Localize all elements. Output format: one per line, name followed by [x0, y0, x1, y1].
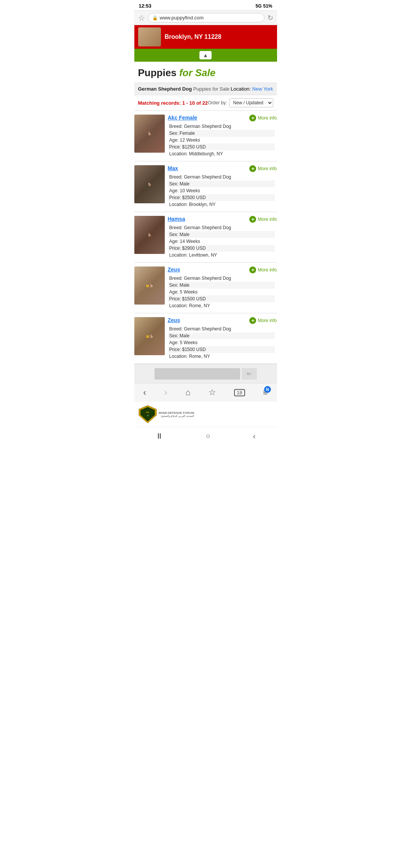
notification-badge: N — [264, 386, 271, 393]
bottom-logo-area: DA ⚔️ ARAB DEFENSE FORUM المنتدى العربي … — [134, 402, 277, 427]
system-nav-bar: ⏸ ○ ‹ — [134, 427, 277, 447]
listing-price-1: Price: $1250 USD — [168, 144, 275, 150]
listing-age-4: Age: 5 Weeks — [168, 289, 275, 295]
listing-item-2: 🐕 Max Breed: German Shepherd Dog Sex: Ma… — [134, 161, 277, 212]
bookmarks-icon: ☆ — [209, 388, 216, 397]
listing-breed-4: Breed: German Shepherd Dog — [168, 275, 275, 282]
nav-home-btn[interactable]: ⌂ — [185, 388, 190, 397]
breed-name: German Shepherd Dog — [138, 86, 192, 92]
location-label: Location: — [231, 86, 252, 92]
more-info-btn-5[interactable]: + More info — [249, 317, 277, 324]
location-banner: Brooklyn, NY 11228 — [134, 25, 277, 49]
listing-sex-3: Sex: Male — [168, 231, 275, 238]
sys-nav-pause[interactable]: ⏸ — [156, 432, 163, 440]
status-icons: 5G 51% — [255, 3, 272, 9]
listing-breed-2: Breed: German Shepherd Dog — [168, 174, 275, 180]
listing-thumb-3: 🐕 — [134, 216, 165, 254]
lock-icon: 🔒 — [152, 15, 158, 21]
signal-icon: 5G — [255, 3, 261, 9]
sys-nav-home[interactable]: ○ — [206, 432, 210, 440]
listing-price-4: Price: $1500 USD — [168, 295, 275, 302]
listing-thumb-5: 👶🐕 — [134, 317, 165, 355]
listing-price-5: Price: $1500 USD — [168, 346, 275, 353]
listing-price-3: Price: $2900 USD — [168, 245, 275, 252]
collapse-bar[interactable]: ▲ — [134, 49, 277, 62]
sys-nav-back[interactable]: ‹ — [253, 432, 256, 440]
more-info-btn-2[interactable]: + More info — [249, 165, 277, 172]
url-text[interactable]: www.puppyfind.com — [160, 15, 204, 21]
listing-sex-4: Sex: Male — [168, 282, 275, 289]
listing-sex-2: Sex: Male — [168, 180, 275, 187]
listing-item-5: 👶🐕 Zeus Breed: German Shepherd Dog Sex: … — [134, 313, 277, 364]
listing-age-3: Age: 14 Weeks — [168, 238, 275, 245]
match-label: Matching records: — [138, 100, 182, 106]
breed-title: German Shepherd Dog Puppies for Sale — [138, 86, 230, 92]
listings-container: 🐕 Akc Female Breed: German Shepherd Dog … — [134, 111, 277, 364]
more-info-label-5: More info — [258, 318, 277, 323]
listing-thumb-2: 🐕 — [134, 165, 165, 203]
arab-text-area: ARAB DEFENSE FORUM المنتدى العربي للدفاع… — [159, 411, 194, 418]
time-display: 12:53 — [139, 3, 151, 9]
listing-sex-5: Sex: Male — [168, 332, 275, 339]
listing-breed-5: Breed: German Shepherd Dog — [168, 326, 275, 332]
svg-text:DA: DA — [146, 411, 149, 413]
listing-sex-1: Sex: Female — [168, 130, 275, 137]
subheader: German Shepherd Dog Puppies for Sale Loc… — [134, 83, 277, 95]
browser-bar: ☆ 🔒 www.puppyfind.com ↻ — [134, 10, 277, 25]
reload-icon[interactable]: ↻ — [268, 14, 273, 22]
listing-location-1: Location: Middleburgh, NY — [168, 150, 275, 157]
more-info-label-2: More info — [258, 166, 277, 171]
nav-back-btn[interactable]: ‹ — [143, 387, 146, 398]
bottom-ad-banner: NY — [134, 364, 277, 383]
plus-icon-2: + — [249, 165, 256, 172]
battery-display: 51% — [263, 3, 272, 9]
collapse-arrow[interactable]: ▲ — [199, 51, 212, 59]
more-info-label-4: More info — [258, 267, 277, 273]
url-bar[interactable]: 🔒 www.puppyfind.com — [148, 13, 264, 22]
listing-item-4: 👶🐕 Zeus Breed: German Shepherd Dog Sex: … — [134, 263, 277, 313]
listing-thumb-1: 🐕 — [134, 115, 165, 153]
listing-location-2: Location: Brooklyn, NY — [168, 201, 275, 208]
page-title: Puppies for Sale — [138, 67, 273, 79]
listing-age-1: Age: 12 Weeks — [168, 137, 275, 144]
arab-subtitle: المنتدى العربي للدفاع والتسليح — [159, 415, 194, 418]
banner-location: Brooklyn, NY 11228 — [165, 34, 221, 40]
nav-menu-btn[interactable]: ≡ N — [263, 388, 268, 397]
location-link[interactable]: New York — [252, 86, 273, 92]
listing-thumb-4: 👶🐕 — [134, 266, 165, 305]
order-area: Order by: New / Updated Price Low-High P… — [208, 98, 273, 107]
page-title-area: Puppies for Sale — [134, 62, 277, 83]
bookmark-icon[interactable]: ☆ — [138, 13, 145, 22]
more-info-btn-3[interactable]: + More info — [249, 216, 277, 223]
listing-age-2: Age: 10 Weeks — [168, 187, 275, 194]
order-dropdown[interactable]: New / Updated Price Low-High Price High-… — [229, 98, 273, 107]
listing-breed-3: Breed: German Shepherd Dog — [168, 224, 275, 231]
match-numbers: 1 - 10 of 22 — [182, 100, 208, 106]
svg-text:⚔️: ⚔️ — [147, 415, 148, 416]
home-icon: ⌂ — [185, 388, 190, 397]
arab-title: ARAB DEFENSE FORUM — [159, 411, 194, 415]
nav-bookmarks-btn[interactable]: ☆ — [209, 388, 216, 397]
back-icon: ‹ — [143, 387, 146, 398]
nav-forward-btn[interactable]: › — [164, 387, 167, 398]
bottom-browser-nav: ‹ › ⌂ ☆ 18 ≡ N — [134, 383, 277, 402]
location-area: Location: New York — [231, 86, 273, 92]
plus-icon-3: + — [249, 216, 256, 223]
breed-suffix: Puppies for Sale — [193, 86, 229, 92]
status-bar: 12:53 5G 51% — [134, 0, 277, 10]
listing-item-3: 🐕 Hamsa Breed: German Shepherd Dog Sex: … — [134, 212, 277, 263]
more-info-btn-1[interactable]: + More info — [249, 115, 277, 121]
nav-tabs-btn[interactable]: 18 — [234, 389, 245, 396]
status-time: 12:53 — [139, 3, 151, 9]
listing-item: 🐕 Akc Female Breed: German Shepherd Dog … — [134, 111, 277, 161]
listing-location-3: Location: Levittown, NY — [168, 252, 275, 258]
arab-defense-logo: DA ⚔️ — [138, 405, 157, 424]
banner-thumbnail — [138, 27, 161, 46]
more-info-label-3: More info — [258, 217, 277, 222]
more-info-btn-4[interactable]: + More info — [249, 266, 277, 273]
more-info-label-1: More info — [258, 115, 277, 121]
title-puppies: Puppies — [138, 67, 177, 78]
match-bar: Matching records: 1 - 10 of 22 Order by:… — [134, 95, 277, 111]
match-count: Matching records: 1 - 10 of 22 — [138, 100, 208, 106]
plus-icon-1: + — [249, 115, 256, 121]
